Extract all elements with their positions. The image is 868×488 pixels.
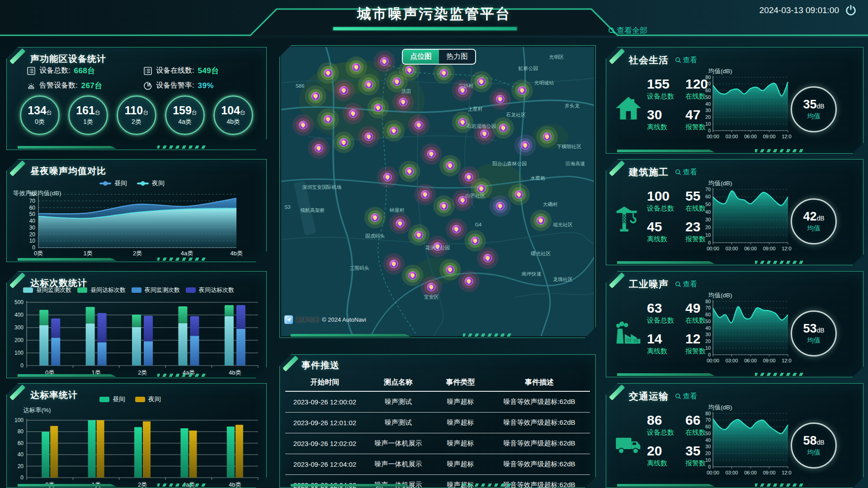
view-link[interactable]: 查看 (675, 56, 697, 65)
view-all-link[interactable]: 查看全部 (608, 25, 647, 36)
legend-item[interactable]: 夜间 (135, 395, 161, 404)
map-marker[interactable] (433, 195, 455, 217)
map-place-label: G4 (475, 222, 482, 227)
map-place-label: 下横朗社区 (557, 144, 581, 149)
map-marker[interactable] (490, 195, 511, 217)
map-marker[interactable] (464, 230, 486, 252)
page-title: 城市噪声污染监管平台 (0, 5, 868, 23)
rate-legend[interactable]: 昼间 夜间 (99, 395, 161, 404)
map-marker[interactable] (317, 62, 339, 84)
map-marker[interactable] (317, 108, 339, 130)
legend-item[interactable]: 昼间 (99, 395, 125, 404)
panel-events: 事件推送 开始时间 测点名称 事件类型 事件描述 2023-09-26 12:0… (279, 354, 596, 488)
daynight-legend[interactable]: 昼间 夜间 (99, 179, 165, 188)
map-marker[interactable] (292, 114, 314, 136)
map-marker[interactable] (383, 253, 405, 275)
map-marker[interactable] (399, 160, 420, 182)
event-row[interactable]: 2023-09-26 12:02:02噪声一体机展示噪声超标噪音等效声级超标:6… (285, 433, 590, 454)
event-row[interactable]: 2023-09-26 12:01:02噪声测试噪声超标噪音等效声级超标:62dB (285, 413, 590, 433)
panel-title: 建筑施工 (629, 166, 669, 178)
circle-value: 104 (221, 104, 240, 117)
map-marker[interactable] (333, 131, 355, 153)
power-icon[interactable] (844, 4, 857, 17)
map-marker[interactable] (305, 85, 326, 107)
map-marker[interactable] (358, 74, 380, 95)
panel-construction: 建筑施工 查看 100设备总数 55在线数 45离线数 23报警数 均值(dB)… (606, 159, 863, 265)
map-marker[interactable] (433, 62, 455, 84)
map-place-label: 深圳宝安国际机场 (302, 184, 341, 190)
map-marker[interactable] (439, 259, 461, 281)
view-link[interactable]: 查看 (675, 280, 697, 289)
map-marker[interactable] (458, 271, 480, 292)
svg-text:03:00: 03:00 (726, 246, 738, 251)
map-marker[interactable] (383, 120, 405, 142)
map-marker[interactable] (477, 247, 499, 269)
map-marker[interactable] (511, 80, 533, 101)
map-toggle-points-button[interactable]: 点位图 (403, 50, 439, 64)
event-row[interactable]: 2023-09-26 12:00:02噪声测试噪声超标噪音等效声级超标:62dB (285, 391, 590, 413)
map-marker[interactable] (471, 71, 492, 93)
legend-swatch (23, 287, 33, 293)
event-row[interactable]: 2023-09-26 12:04:02噪声一体机展示噪声超标噪音等效声级超标:6… (285, 454, 590, 475)
map-marker[interactable] (358, 126, 380, 148)
map-marker[interactable] (345, 56, 367, 78)
svg-text:50: 50 (705, 94, 711, 100)
panel-device-stats: 声功能区设备统计 设备总数: 668台 设备在线数: 549台 告警设备数: 2… (6, 47, 267, 150)
map-panel[interactable]: 光明区虹桥公园光明城站井头龙三沙村上星村石龙社区石岩湿地公园下横朗社区阳台山森林… (279, 45, 596, 338)
map-marker[interactable] (389, 213, 411, 235)
map-marker[interactable] (377, 166, 398, 188)
map-marker[interactable] (402, 265, 424, 286)
map-toggle-heat-button[interactable]: 热力图 (439, 50, 475, 64)
search-icon (675, 281, 681, 287)
svg-text:20: 20 (18, 463, 24, 469)
map-marker[interactable] (508, 184, 530, 206)
svg-text:60: 60 (29, 205, 36, 211)
map-place-label: 钟屋村 (389, 207, 405, 213)
counts-bar-chart: 01002003004005000类1类2类4a类4b类 (10, 297, 264, 378)
map-marker[interactable] (530, 210, 552, 231)
map-marker[interactable] (342, 103, 364, 124)
map-marker[interactable] (536, 126, 558, 148)
legend-item[interactable]: 夜间监测次数 (132, 286, 180, 294)
event-desc: 噪音等效声级超标:62dB (489, 413, 590, 433)
legend-item[interactable]: 夜间 (137, 179, 165, 188)
map-marker[interactable] (439, 155, 461, 177)
legend-line-dot (99, 183, 111, 184)
map-marker[interactable] (490, 88, 511, 110)
event-row[interactable]: 2023-09-26 12:04:02噪声一体机展示噪声超标噪音等效声级超标:6… (285, 475, 590, 488)
city-map[interactable]: 光明区虹桥公园光明城站井头龙三沙村上星村石龙社区石岩湿地公园下横朗社区阳台山森林… (281, 47, 594, 336)
map-marker[interactable] (408, 224, 430, 246)
legend-item[interactable]: 昼间达标次数 (77, 286, 126, 294)
view-link[interactable]: 查看 (675, 168, 697, 177)
amap-logo-icon (284, 315, 293, 324)
category-circle-row: 134台0类 161台1类 110台2类 159台4a类 104台4b类 (11, 95, 262, 135)
svg-text:4b类: 4b类 (229, 481, 241, 488)
map-marker[interactable] (415, 184, 436, 206)
panel-hatch-decor (463, 483, 514, 487)
panel-title: 达标率统计 (30, 389, 78, 401)
map-marker[interactable] (374, 51, 396, 72)
counts-legend[interactable]: 昼间监测次数 昼间达标次数 夜间监测次数 夜间达标次数 (23, 286, 234, 294)
event-desc: 噪音等效声级超标:62dB (489, 433, 590, 454)
svg-text:60: 60 (705, 88, 711, 93)
legend-item[interactable]: 昼间 (99, 179, 127, 188)
map-marker[interactable] (452, 112, 474, 133)
panel-compliance-rate: 达标率统计 昼间 夜间 达标率(%) 0204060801000类1类2类4a类… (6, 383, 267, 488)
map-marker[interactable] (446, 218, 467, 240)
map-marker[interactable] (333, 80, 355, 101)
svg-text:12:00: 12:00 (782, 246, 792, 251)
map-marker[interactable] (408, 114, 430, 136)
svg-text:50: 50 (29, 211, 36, 217)
map-place-label: 三围码头 (349, 265, 369, 271)
map-marker[interactable] (514, 135, 536, 156)
legend-item[interactable]: 夜间达标次数 (186, 286, 234, 294)
circle-value: 134 (28, 104, 47, 117)
map-marker[interactable] (364, 207, 386, 229)
map-marker[interactable] (392, 91, 414, 113)
map-marker[interactable] (368, 97, 389, 119)
view-link[interactable]: 查看 (675, 392, 697, 401)
map-marker[interactable] (420, 143, 442, 165)
map-marker[interactable] (308, 137, 330, 159)
category-circle-4: 104台4b类 (213, 95, 253, 135)
legend-item[interactable]: 昼间监测次数 (23, 286, 71, 294)
